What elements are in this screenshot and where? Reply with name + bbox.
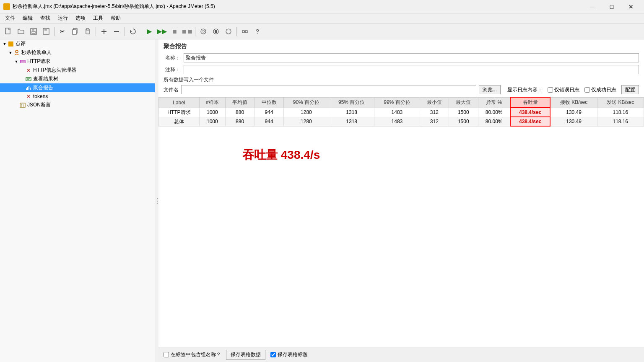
- row1-throughput: 438.4/sec: [510, 117, 551, 126]
- svg-rect-29: [30, 88, 31, 90]
- toolbar-sep-1: [54, 27, 55, 36]
- include-group-name-group: 在标签中包含组名称？: [164, 351, 221, 358]
- include-group-name-label: 在标签中包含组名称？: [171, 351, 221, 358]
- comment-input[interactable]: [184, 65, 639, 74]
- svg-rect-3: [32, 31, 35, 34]
- browse-button[interactable]: 浏览...: [479, 85, 501, 94]
- main-content: ▼ 点评 ▼ 秒杀抢购单人 ▼ HTTP请求 ▶ ✕ HTTP信息头管理器: [0, 39, 644, 362]
- remote-start-button[interactable]: [197, 26, 209, 37]
- close-button[interactable]: ✕: [621, 0, 641, 13]
- panel-title: 聚合报告: [158, 39, 644, 52]
- row0-recv: 130.49: [550, 108, 597, 117]
- tree-item-aggregate[interactable]: ▶ 聚合报告: [0, 83, 155, 92]
- save-table-header-checkbox[interactable]: [270, 352, 276, 357]
- arrow-thread-group: ▼: [8, 50, 13, 56]
- tree-item-view-results[interactable]: ▶ 查看结果树: [0, 75, 155, 83]
- maximize-button[interactable]: □: [602, 0, 621, 13]
- tree-item-tokens[interactable]: ▶ ✕ tokens: [0, 92, 155, 101]
- label-http-header: HTTP信息头管理器: [33, 67, 76, 74]
- config-button[interactable]: 配置: [621, 85, 639, 94]
- menu-file[interactable]: 文件: [2, 14, 18, 23]
- run-no-pause-button[interactable]: ▶▶: [156, 26, 168, 37]
- include-group-name-checkbox[interactable]: [164, 352, 169, 357]
- label-test-plan: 点评: [16, 40, 26, 47]
- icon-aggregate: [25, 85, 32, 91]
- svg-rect-28: [29, 86, 29, 90]
- col-p90: 90% 百分位: [283, 97, 329, 108]
- menu-run[interactable]: 运行: [55, 14, 71, 23]
- row0-min: 312: [420, 108, 449, 117]
- svg-rect-9: [86, 28, 89, 30]
- icon-thread-group: [13, 49, 20, 56]
- minimize-button[interactable]: ─: [583, 0, 602, 13]
- row1-avg: 880: [225, 117, 254, 126]
- menu-options[interactable]: 选项: [72, 14, 89, 23]
- col-sent: 发送 KB/sec: [597, 97, 644, 108]
- copy-button[interactable]: [69, 26, 81, 37]
- menu-tools[interactable]: 工具: [90, 14, 106, 23]
- comment-row: 注释：: [158, 64, 644, 75]
- only-success-checkbox[interactable]: [584, 87, 590, 93]
- tree-item-test-plan[interactable]: ▼ 点评: [0, 39, 155, 48]
- svg-rect-0: [5, 28, 10, 34]
- comment-label: 注释：: [164, 66, 180, 73]
- filename-input[interactable]: [181, 85, 476, 94]
- open-button[interactable]: [15, 26, 27, 37]
- row0-throughput: 438.4/sec: [510, 108, 551, 117]
- tree-item-thread-group[interactable]: ▼ 秒杀抢购单人: [0, 48, 155, 57]
- help-button[interactable]: ?: [252, 26, 263, 37]
- col-error: 异常 %: [478, 97, 510, 108]
- row1-min: 312: [420, 117, 449, 126]
- stop-now-button[interactable]: ⏹⏹: [181, 26, 193, 37]
- table-row: HTTP请求 1000 880 944 1280 1318 1483 312 1…: [159, 108, 644, 117]
- save-table-header-label: 保存表格标题: [278, 351, 308, 358]
- title-left: 秒杀抢购单人.jmx (D:\apps\apache-jmeter-5.5\bi…: [3, 3, 215, 10]
- col-p95: 95% 百分位: [329, 97, 374, 108]
- resize-handle[interactable]: ⋮: [155, 39, 158, 362]
- app-icon: [3, 3, 10, 10]
- new-button[interactable]: [3, 26, 14, 37]
- paste-button[interactable]: [82, 26, 93, 37]
- plugins-button[interactable]: [239, 26, 251, 37]
- svg-rect-2: [32, 28, 34, 31]
- titlebar-controls: ─ □ ✕: [583, 0, 641, 13]
- menu-search[interactable]: 查找: [37, 14, 54, 23]
- remote-clear-button[interactable]: [223, 26, 234, 37]
- row0-p95: 1318: [329, 108, 374, 117]
- only-error-checkbox[interactable]: [548, 87, 553, 93]
- filename-row: 文件名 浏览... 显示日志内容： 仅错误日志 仅成功日志 配置: [158, 84, 644, 95]
- cut-button[interactable]: ✂: [57, 26, 68, 37]
- svg-rect-7: [73, 30, 76, 34]
- only-error-checkbox-container: 仅错误日志: [548, 86, 579, 93]
- saveas-button[interactable]: [40, 26, 52, 37]
- menu-help[interactable]: 帮助: [107, 14, 124, 23]
- name-input[interactable]: [184, 53, 639, 62]
- table-container: Label #样本 平均值 中位数 90% 百分位 95% 百分位 99% 百分…: [158, 97, 644, 345]
- row0-sent: 118.16: [597, 108, 644, 117]
- clear-button[interactable]: [127, 26, 139, 37]
- tree-item-http-header[interactable]: ▶ ✕ HTTP信息头管理器: [0, 66, 155, 75]
- icon-http-request: [19, 58, 26, 65]
- menubar: 文件 编辑 查找 运行 选项 工具 帮助: [0, 13, 644, 23]
- toolbar-sep-5: [195, 27, 195, 36]
- run-button[interactable]: ▶: [143, 26, 155, 37]
- remote-stop-button[interactable]: [210, 26, 222, 37]
- write-to-file-label: 所有数据写入一个文件: [164, 76, 214, 83]
- save-table-data-button[interactable]: 保存表格数据: [226, 350, 265, 360]
- icon-tokens: ✕: [25, 93, 32, 100]
- svg-rect-20: [8, 41, 13, 47]
- tree-item-json-assert[interactable]: ▶ { } JSON断言: [0, 101, 155, 109]
- stop-button[interactable]: ⏹: [169, 26, 180, 37]
- label-tokens: tokens: [33, 93, 48, 99]
- row1-median: 944: [254, 117, 283, 126]
- save-button[interactable]: [28, 26, 39, 37]
- col-min: 最小值: [420, 97, 449, 108]
- save-table-header-group: 保存表格标题: [270, 351, 308, 358]
- remove-node-button[interactable]: [111, 26, 122, 37]
- add-node-button[interactable]: [98, 26, 110, 37]
- row1-p90: 1280: [283, 117, 329, 126]
- menu-edit[interactable]: 编辑: [19, 14, 36, 23]
- row0-median: 944: [254, 108, 283, 117]
- label-http-request: HTTP请求: [27, 58, 50, 65]
- tree-item-http-request[interactable]: ▼ HTTP请求: [0, 57, 155, 66]
